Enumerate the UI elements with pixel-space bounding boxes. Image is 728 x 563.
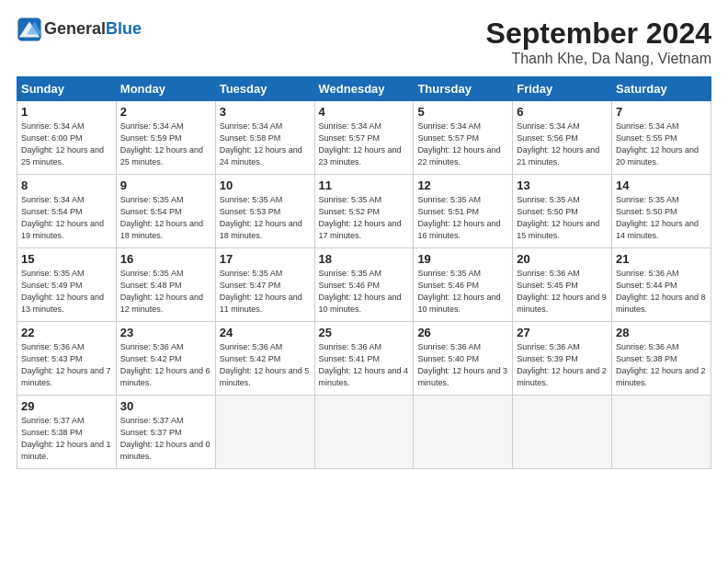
day-info: Sunrise: 5:34 AMSunset: 5:57 PMDaylight:…	[319, 121, 410, 168]
day-number: 14	[616, 178, 707, 192]
col-monday: Monday	[116, 77, 215, 101]
day-number: 18	[319, 252, 410, 266]
location: Thanh Khe, Da Nang, Vietnam	[486, 51, 711, 67]
calendar-week-row: 8Sunrise: 5:34 AMSunset: 5:54 PMDaylight…	[17, 175, 711, 248]
day-number: 11	[319, 178, 410, 192]
col-thursday: Thursday	[414, 77, 513, 101]
day-info: Sunrise: 5:35 AMSunset: 5:53 PMDaylight:…	[220, 194, 311, 242]
day-number: 13	[517, 178, 608, 192]
day-number: 20	[517, 252, 608, 266]
col-saturday: Saturday	[612, 77, 711, 101]
calendar-cell: 2Sunrise: 5:34 AMSunset: 5:59 PMDaylight…	[116, 101, 215, 175]
day-info: Sunrise: 5:34 AMSunset: 5:58 PMDaylight:…	[220, 121, 311, 168]
calendar-cell: 4Sunrise: 5:34 AMSunset: 5:57 PMDaylight…	[314, 101, 414, 175]
day-info: Sunrise: 5:36 AMSunset: 5:43 PMDaylight:…	[21, 341, 112, 389]
day-info: Sunrise: 5:35 AMSunset: 5:52 PMDaylight:…	[319, 194, 410, 242]
calendar-cell: 11Sunrise: 5:35 AMSunset: 5:52 PMDayligh…	[314, 175, 414, 248]
month-title: September 2024	[486, 17, 711, 51]
calendar-cell: 19Sunrise: 5:35 AMSunset: 5:46 PMDayligh…	[414, 248, 513, 322]
day-info: Sunrise: 5:34 AMSunset: 5:57 PMDaylight:…	[417, 121, 508, 168]
calendar-cell: 30Sunrise: 5:37 AMSunset: 5:37 PMDayligh…	[116, 396, 215, 469]
calendar-cell: 15Sunrise: 5:35 AMSunset: 5:49 PMDayligh…	[17, 248, 117, 322]
day-number: 3	[220, 105, 311, 119]
day-info: Sunrise: 5:35 AMSunset: 5:49 PMDaylight:…	[21, 268, 112, 316]
calendar-cell: 9Sunrise: 5:35 AMSunset: 5:54 PMDaylight…	[116, 175, 215, 248]
calendar-cell: 16Sunrise: 5:35 AMSunset: 5:48 PMDayligh…	[116, 248, 215, 322]
day-number: 24	[220, 326, 311, 339]
day-info: Sunrise: 5:34 AMSunset: 5:55 PMDaylight:…	[616, 121, 707, 168]
day-info: Sunrise: 5:35 AMSunset: 5:54 PMDaylight:…	[120, 194, 211, 242]
day-number: 30	[120, 399, 211, 413]
day-info: Sunrise: 5:36 AMSunset: 5:41 PMDaylight:…	[319, 341, 410, 389]
calendar-cell: 8Sunrise: 5:34 AMSunset: 5:54 PMDaylight…	[17, 175, 117, 248]
logo-general: General	[44, 19, 106, 38]
day-info: Sunrise: 5:35 AMSunset: 5:50 PMDaylight:…	[616, 194, 707, 242]
day-info: Sunrise: 5:36 AMSunset: 5:45 PMDaylight:…	[517, 268, 608, 316]
calendar-cell	[215, 396, 314, 469]
day-info: Sunrise: 5:36 AMSunset: 5:44 PMDaylight:…	[616, 268, 707, 316]
calendar-cell: 21Sunrise: 5:36 AMSunset: 5:44 PMDayligh…	[612, 248, 711, 322]
calendar-cell	[414, 396, 513, 469]
calendar-header-row: Sunday Monday Tuesday Wednesday Thursday…	[17, 77, 711, 101]
day-info: Sunrise: 5:37 AMSunset: 5:37 PMDaylight:…	[120, 415, 211, 463]
calendar-cell	[314, 396, 414, 469]
day-number: 28	[616, 326, 707, 339]
calendar-cell	[612, 396, 711, 469]
calendar-cell: 12Sunrise: 5:35 AMSunset: 5:51 PMDayligh…	[414, 175, 513, 248]
day-number: 2	[120, 105, 211, 119]
day-info: Sunrise: 5:35 AMSunset: 5:50 PMDaylight:…	[517, 194, 608, 242]
day-info: Sunrise: 5:36 AMSunset: 5:38 PMDaylight:…	[616, 341, 707, 389]
day-info: Sunrise: 5:35 AMSunset: 5:51 PMDaylight:…	[417, 194, 508, 242]
day-number: 7	[616, 105, 707, 119]
calendar-cell: 7Sunrise: 5:34 AMSunset: 5:55 PMDaylight…	[612, 101, 711, 175]
day-info: Sunrise: 5:36 AMSunset: 5:40 PMDaylight:…	[417, 341, 508, 389]
col-tuesday: Tuesday	[215, 77, 314, 101]
day-info: Sunrise: 5:35 AMSunset: 5:46 PMDaylight:…	[417, 268, 508, 316]
logo: GeneralBlue	[17, 17, 142, 42]
calendar-cell: 1Sunrise: 5:34 AMSunset: 6:00 PMDaylight…	[17, 101, 117, 175]
calendar-week-row: 15Sunrise: 5:35 AMSunset: 5:49 PMDayligh…	[17, 248, 711, 322]
calendar-cell: 18Sunrise: 5:35 AMSunset: 5:46 PMDayligh…	[314, 248, 414, 322]
day-info: Sunrise: 5:34 AMSunset: 5:59 PMDaylight:…	[120, 121, 211, 168]
calendar-cell: 29Sunrise: 5:37 AMSunset: 5:38 PMDayligh…	[17, 396, 117, 469]
day-number: 12	[417, 178, 508, 192]
day-info: Sunrise: 5:35 AMSunset: 5:46 PMDaylight:…	[319, 268, 410, 316]
calendar-cell: 27Sunrise: 5:36 AMSunset: 5:39 PMDayligh…	[513, 322, 612, 396]
calendar-cell: 10Sunrise: 5:35 AMSunset: 5:53 PMDayligh…	[215, 175, 314, 248]
logo-text: GeneralBlue	[44, 20, 142, 39]
day-info: Sunrise: 5:35 AMSunset: 5:47 PMDaylight:…	[220, 268, 311, 316]
calendar-cell: 14Sunrise: 5:35 AMSunset: 5:50 PMDayligh…	[612, 175, 711, 248]
calendar-cell: 17Sunrise: 5:35 AMSunset: 5:47 PMDayligh…	[215, 248, 314, 322]
col-friday: Friday	[513, 77, 612, 101]
day-info: Sunrise: 5:36 AMSunset: 5:42 PMDaylight:…	[120, 341, 211, 389]
calendar-cell: 25Sunrise: 5:36 AMSunset: 5:41 PMDayligh…	[314, 322, 414, 396]
day-info: Sunrise: 5:34 AMSunset: 5:54 PMDaylight:…	[21, 194, 112, 242]
calendar-cell: 3Sunrise: 5:34 AMSunset: 5:58 PMDaylight…	[215, 101, 314, 175]
calendar-cell: 6Sunrise: 5:34 AMSunset: 5:56 PMDaylight…	[513, 101, 612, 175]
calendar-week-row: 22Sunrise: 5:36 AMSunset: 5:43 PMDayligh…	[17, 322, 711, 396]
day-number: 21	[616, 252, 707, 266]
day-number: 29	[21, 399, 112, 413]
day-number: 25	[319, 326, 410, 339]
day-info: Sunrise: 5:34 AMSunset: 5:56 PMDaylight:…	[517, 121, 608, 168]
day-info: Sunrise: 5:34 AMSunset: 6:00 PMDaylight:…	[21, 121, 112, 168]
day-number: 16	[120, 252, 211, 266]
calendar-cell: 5Sunrise: 5:34 AMSunset: 5:57 PMDaylight…	[414, 101, 513, 175]
day-info: Sunrise: 5:35 AMSunset: 5:48 PMDaylight:…	[120, 268, 211, 316]
calendar-cell: 20Sunrise: 5:36 AMSunset: 5:45 PMDayligh…	[513, 248, 612, 322]
day-info: Sunrise: 5:36 AMSunset: 5:39 PMDaylight:…	[517, 341, 608, 389]
day-number: 8	[21, 178, 112, 192]
calendar-cell	[513, 396, 612, 469]
calendar-cell: 13Sunrise: 5:35 AMSunset: 5:50 PMDayligh…	[513, 175, 612, 248]
logo-blue: Blue	[106, 19, 142, 38]
header: GeneralBlue September 2024 Thanh Khe, Da…	[17, 17, 711, 67]
calendar-cell: 24Sunrise: 5:36 AMSunset: 5:42 PMDayligh…	[215, 322, 314, 396]
day-number: 19	[417, 252, 508, 266]
day-number: 10	[220, 178, 311, 192]
day-number: 6	[517, 105, 608, 119]
day-number: 4	[319, 105, 410, 119]
day-number: 27	[517, 326, 608, 339]
calendar-table: Sunday Monday Tuesday Wednesday Thursday…	[17, 76, 711, 469]
day-info: Sunrise: 5:37 AMSunset: 5:38 PMDaylight:…	[21, 415, 112, 463]
calendar-week-row: 1Sunrise: 5:34 AMSunset: 6:00 PMDaylight…	[17, 101, 711, 175]
